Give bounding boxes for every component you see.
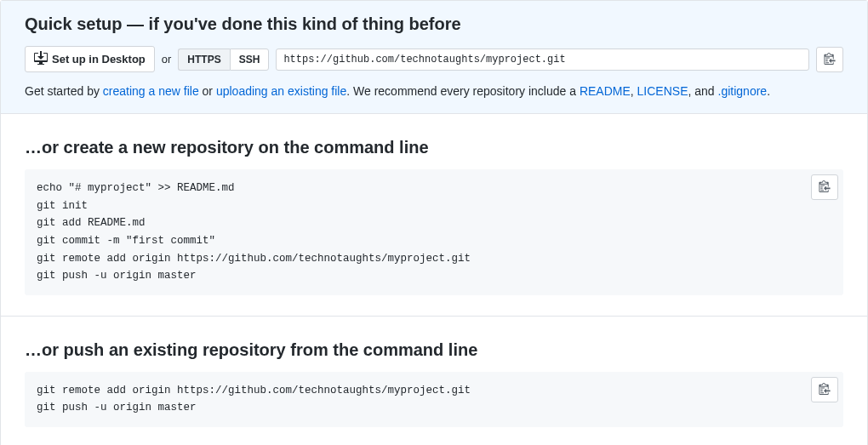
setup-desktop-button[interactable]: Set up in Desktop	[25, 46, 155, 72]
push-repo-title: …or push an existing repository from the…	[25, 340, 843, 360]
hint-and: , and	[688, 84, 718, 98]
create-repo-section: …or create a new repository on the comma…	[1, 114, 867, 317]
readme-link[interactable]: README	[580, 84, 631, 98]
clipboard-icon	[824, 52, 836, 67]
ssh-toggle[interactable]: SSH	[230, 48, 270, 71]
copy-push-button[interactable]	[811, 377, 838, 402]
hint-prefix: Get started by	[25, 84, 103, 98]
hint-or: or	[199, 84, 216, 98]
quick-setup-title: Quick setup — if you've done this kind o…	[25, 14, 843, 34]
license-link[interactable]: LICENSE	[637, 84, 688, 98]
create-file-link[interactable]: creating a new file	[103, 84, 199, 98]
upload-file-link[interactable]: uploading an existing file	[216, 84, 346, 98]
clone-url-input[interactable]	[276, 48, 809, 71]
desktop-download-icon	[34, 51, 48, 67]
gitignore-link[interactable]: .gitignore	[718, 84, 768, 98]
quick-setup-panel: Quick setup — if you've done this kind o…	[1, 1, 867, 114]
push-repo-code-area: git remote add origin https://github.com…	[25, 372, 843, 427]
hint-period: .	[767, 84, 770, 98]
create-repo-title: …or create a new repository on the comma…	[25, 138, 843, 157]
clipboard-icon	[819, 382, 831, 397]
protocol-toggle: HTTPS SSH	[178, 48, 269, 71]
https-toggle[interactable]: HTTPS	[178, 48, 229, 71]
push-repo-code[interactable]: git remote add origin https://github.com…	[37, 382, 831, 417]
create-repo-code[interactable]: echo "# myproject" >> README.md git init…	[37, 180, 831, 285]
copy-url-button[interactable]	[816, 47, 843, 72]
create-repo-code-area: echo "# myproject" >> README.md git init…	[25, 169, 843, 295]
setup-desktop-label: Set up in Desktop	[52, 53, 146, 66]
copy-create-button[interactable]	[811, 174, 838, 200]
repo-setup-box: Quick setup — if you've done this kind o…	[0, 0, 868, 445]
hint-mid: . We recommend every repository include …	[346, 84, 580, 98]
quick-setup-row: Set up in Desktop or HTTPS SSH	[25, 46, 843, 72]
hint-comma: ,	[631, 84, 637, 98]
clipboard-icon	[819, 180, 831, 195]
quick-setup-hint: Get started by creating a new file or up…	[25, 84, 843, 98]
push-repo-section: …or push an existing repository from the…	[1, 317, 867, 445]
or-text: or	[162, 53, 172, 66]
